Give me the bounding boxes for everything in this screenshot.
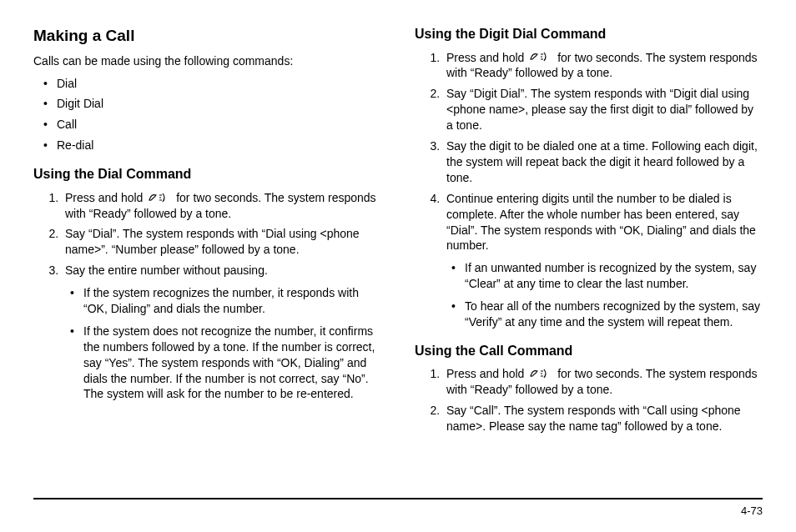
page-content: Making a Call Calls can be made using th… <box>0 0 796 467</box>
left-column: Making a Call Calls can be made using th… <box>33 25 381 459</box>
step-item: Press and hold for two seconds. The syst… <box>62 190 381 222</box>
list-item: Dial <box>57 76 381 92</box>
heading-making-a-call: Making a Call <box>33 25 381 47</box>
dial-sub-list: If the system recognizes the number, it … <box>65 285 381 402</box>
heading-dial-command: Using the Dial Command <box>33 165 381 183</box>
phone-voice-icon <box>148 192 171 208</box>
footer-rule <box>33 498 763 499</box>
list-item: If the system does not recognize the num… <box>83 324 381 402</box>
phone-voice-icon <box>529 51 552 67</box>
list-item: Re-dial <box>57 138 381 153</box>
list-item: Call <box>57 117 381 133</box>
dial-steps: Press and hold for two seconds. The syst… <box>33 190 381 403</box>
heading-digit-dial: Using the Digit Dial Command <box>415 25 763 43</box>
step-item: Say “Dial”. The system responds with “Di… <box>62 226 381 258</box>
step-text: Press and hold <box>446 367 527 380</box>
step-item: Say “Digit Dial”. The system responds wi… <box>443 86 763 133</box>
page-footer: 4-73 <box>33 498 763 517</box>
step-text: Press and hold <box>446 51 527 64</box>
phone-voice-icon <box>529 368 552 384</box>
list-item: Digit Dial <box>57 96 381 112</box>
command-list: Dial Digit Dial Call Re-dial <box>33 76 381 154</box>
step-text: Press and hold <box>65 191 146 204</box>
digit-sub-list: If an unwanted number is recognized by t… <box>446 260 763 330</box>
step-item: Press and hold for two seconds. The syst… <box>443 366 763 398</box>
list-item: If an unwanted number is recognized by t… <box>465 260 763 292</box>
digit-dial-steps: Press and hold for two seconds. The syst… <box>415 50 763 330</box>
page-number: 4-73 <box>33 504 763 517</box>
list-item: If the system recognizes the number, it … <box>83 285 381 317</box>
step-item: Say the entire number without pausing. I… <box>62 263 381 402</box>
intro-text: Calls can be made using the following co… <box>33 53 381 69</box>
step-item: Say the digit to be dialed one at a time… <box>443 138 763 186</box>
step-text: Continue entering digits until the numbe… <box>446 192 756 253</box>
step-item: Continue entering digits until the numbe… <box>443 191 763 330</box>
list-item: To hear all of the numbers recognized by… <box>465 299 763 330</box>
step-text: Say the entire number without pausing. <box>65 263 268 277</box>
step-item: Say “Call”. The system responds with “Ca… <box>443 403 763 434</box>
heading-call-command: Using the Call Command <box>415 342 763 360</box>
step-item: Press and hold for two seconds. The syst… <box>443 50 763 82</box>
right-column: Using the Digit Dial Command Press and h… <box>415 25 763 459</box>
call-steps: Press and hold for two seconds. The syst… <box>415 366 763 434</box>
